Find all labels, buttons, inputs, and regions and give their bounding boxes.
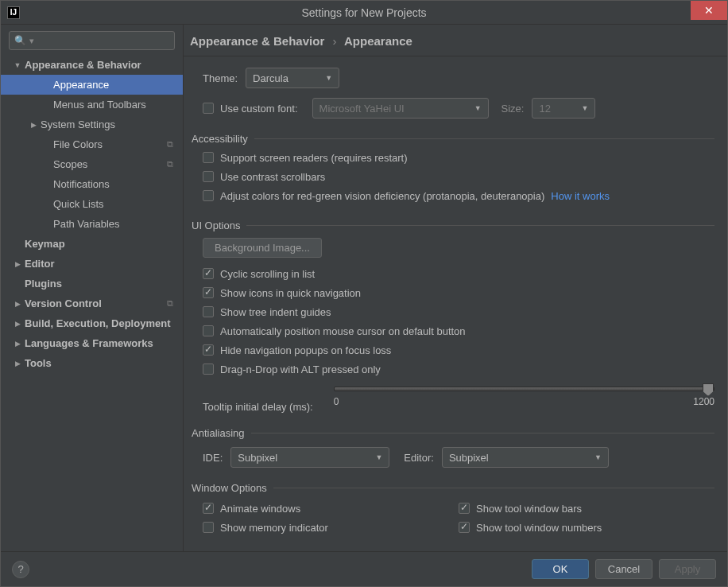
chevron-down-icon: ▼ [14,61,21,69]
font-size-select[interactable]: 12 ▼ [532,98,595,119]
ok-button[interactable]: OK [532,559,589,579]
checkbox[interactable] [203,363,214,375]
checkbox[interactable] [203,344,214,356]
checkbox[interactable] [203,190,214,201]
aa-editor-value: Subpixel [449,452,489,464]
checkbox-label: Show tree indent guides [220,306,331,318]
tree-item[interactable]: Quick Lists [1,194,183,214]
tree-item[interactable]: ▶System Settings [1,115,183,134]
project-scope-icon: ⧉ [167,159,173,169]
use-custom-font-checkbox[interactable]: Use custom font: [203,99,306,118]
checkbox-label: Hide navigation popups on focus loss [220,344,391,356]
tree-item-label: Appearance [53,79,109,91]
checkbox-label: Drag-n-Drop with ALT pressed only [220,363,381,375]
checkbox-label: Show memory indicator [220,522,328,534]
checkbox[interactable] [203,287,214,298]
section-accessibility: Accessibility [192,133,714,145]
chevron-down-icon: ▼ [467,104,482,112]
checkbox[interactable] [203,325,214,336]
checkbox-row[interactable]: Show memory indicator [203,518,459,537]
font-size-value: 12 [539,103,550,115]
checkbox[interactable] [203,152,214,163]
checkbox[interactable] [203,306,214,317]
titlebar: IJ Settings for New Projects ✕ [1,1,727,25]
aa-ide-select[interactable]: Subpixel ▼ [230,447,389,468]
checkbox-label: Support screen readers (requires restart… [220,152,408,164]
tree-item[interactable]: ▶Build, Execution, Deployment [1,313,183,333]
checkbox-label: Show icons in quick navigation [220,287,361,299]
checkbox-label: Cyclic scrolling in list [220,268,315,280]
tooltip-delay-slider[interactable] [334,387,714,391]
tooltip-delay-label: Tooltip initial delay (ms): [203,401,313,413]
tree-item[interactable]: ▶Tools [1,353,183,373]
tree-item[interactable]: Notifications [1,174,183,194]
tree-item[interactable]: ▶Editor [1,254,183,274]
checkbox[interactable] [203,522,214,533]
search-icon: 🔍 [14,35,26,46]
checkbox-row[interactable]: Drag-n-Drop with ALT pressed only [203,360,714,379]
how-it-works-link[interactable]: How it works [551,190,610,202]
checkbox-row[interactable]: Cyclic scrolling in list [203,264,714,283]
tree-item-label: System Settings [41,119,115,130]
checkbox-row[interactable]: Animate windows [203,499,459,518]
tree-item[interactable]: Keymap [1,234,183,254]
tree-item[interactable]: Plugins [1,274,183,294]
tree-item[interactable]: Scopes⧉ [1,154,183,174]
theme-select[interactable]: Darcula ▼ [246,68,339,88]
settings-tree: ▼Appearance & BehaviorAppearanceMenus an… [1,55,183,551]
aa-editor-select[interactable]: Subpixel ▼ [442,447,609,468]
slider-min: 0 [334,396,339,407]
checkbox-row[interactable]: Show icons in quick navigation [203,283,714,302]
checkbox-row[interactable]: Hide navigation popups on focus loss [203,340,714,360]
cancel-button[interactable]: Cancel [595,559,652,579]
checkbox[interactable] [459,503,470,514]
tree-item-label: Path Variables [53,218,120,230]
search-input[interactable]: 🔍 ▾ [9,31,175,50]
breadcrumb-leaf: Appearance [344,34,412,48]
tree-item-label: Languages & Frameworks [25,337,153,349]
tree-item-label: Version Control [25,297,102,309]
tree-item[interactable]: Menus and Toolbars [1,95,183,115]
font-family-select[interactable]: Microsoft YaHei UI ▼ [312,98,489,119]
chevron-right-icon: ▶ [14,300,21,308]
breadcrumb: Appearance & Behavior › Appearance [184,25,727,56]
aa-ide-label: IDE: [203,452,223,464]
checkbox-label: Adjust colors for red-green vision defic… [220,190,544,202]
aa-editor-label: Editor: [404,452,434,464]
tree-item-label: Plugins [25,278,62,290]
checkbox-row[interactable]: Support screen readers (requires restart… [203,148,714,167]
sidebar: 🔍 ▾ ▼Appearance & BehaviorAppearanceMenu… [1,25,184,551]
slider-thumb[interactable] [703,383,714,396]
background-image-button[interactable]: Background Image... [203,238,322,258]
tree-item-label: Scopes [53,158,87,170]
tree-item-label: Menus and Toolbars [53,99,146,111]
chevron-down-icon: ▼ [367,453,382,461]
tree-item[interactable]: ▶Languages & Frameworks [1,333,183,353]
chevron-right-icon: ▶ [14,360,21,367]
checkbox[interactable] [203,503,214,514]
tree-item[interactable]: Appearance [1,75,183,95]
tree-item-label: Build, Execution, Deployment [25,317,170,329]
tree-item[interactable]: ▶Version Control⧉ [1,294,183,313]
checkbox[interactable] [459,522,470,533]
checkbox[interactable] [203,268,214,279]
checkbox[interactable] [203,171,214,182]
chevron-right-icon: ▶ [14,260,21,268]
tree-item[interactable]: ▼Appearance & Behavior [1,55,183,75]
project-scope-icon: ⧉ [167,298,173,309]
checkbox-row[interactable]: Automatically position mouse cursor on d… [203,321,714,340]
font-size-label: Size: [501,103,525,115]
chevron-down-icon: ▼ [317,74,332,82]
tree-item-label: Keymap [25,238,65,250]
tree-item[interactable]: Path Variables [1,214,183,234]
tree-item[interactable]: File Colors⧉ [1,134,183,154]
checkbox-row[interactable]: Show tool window numbers [459,518,714,537]
help-button[interactable]: ? [12,561,29,578]
checkbox-row[interactable]: Show tree indent guides [203,302,714,321]
checkbox-row[interactable]: Adjust colors for red-green vision defic… [203,186,714,205]
close-button[interactable]: ✕ [691,1,727,20]
checkbox-row[interactable]: Use contrast scrollbars [203,167,714,186]
apply-button[interactable]: Apply [659,559,716,579]
use-custom-font-label: Use custom font: [220,103,298,115]
checkbox-row[interactable]: Show tool window bars [459,499,714,518]
